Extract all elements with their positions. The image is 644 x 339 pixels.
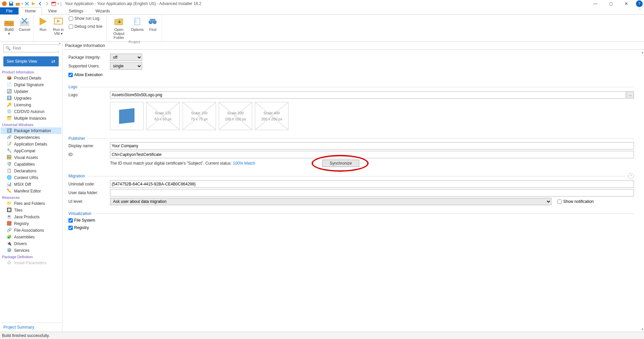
logo-tile-125[interactable]: Scale 12563 x 63 px [146,102,180,130]
item-manifest-editor[interactable]: ✏️Manifest Editor [1,188,61,194]
find-button[interactable]: Find [146,15,160,32]
logo-tile-400[interactable]: Scale 400200 x 200 px [255,102,288,130]
run-button[interactable]: Run [36,15,50,32]
run-icon[interactable] [31,1,37,7]
app-icon [1,1,7,7]
options-button[interactable]: Options [130,15,144,32]
updates-badge: 24 [52,2,54,4]
cancel-icon[interactable] [24,1,30,7]
close-button[interactable]: ✕ [619,0,634,7]
item-assemblies[interactable]: 🧩Assemblies [1,234,61,240]
section-migration: Migration [68,174,85,178]
item-cddvd[interactable]: 💿CD/DVD Autorun [1,108,61,115]
item-application-details[interactable]: 📝Application Details [1,141,61,148]
stack-icon: 🗂️ [7,116,12,121]
cancel-build-button[interactable]: Cancel [17,15,32,32]
logo-tile-150[interactable]: Scale 15075 x 75 px [182,102,216,130]
back-icon[interactable] [37,1,43,7]
key-icon: 🔑 [7,102,12,108]
label-supported-users: Supported Users: [68,64,110,68]
tab-settings[interactable]: Settings [63,7,89,14]
browse-logo-button[interactable]: … [627,91,634,99]
select-supported-users[interactable]: single [110,62,142,70]
item-java[interactable]: ☕Java Products [1,214,61,220]
item-files-folders[interactable]: 📁Files and Folders [1,200,61,207]
select-ui-level[interactable]: Ask user about data migration [110,198,551,205]
binoculars-icon [147,16,158,27]
input-user-data-folder[interactable] [110,189,634,196]
tree-search-input[interactable]: 🔍 [3,44,59,52]
see-simple-view-button[interactable]: See Simple View ⇄ [3,56,59,66]
input-publisher-id[interactable] [110,151,634,158]
label-package-integrity: Package Integrity: [68,55,110,60]
status-bar: Build finished successfully. [0,332,644,339]
upgrade-icon: ⬆️ [7,96,12,101]
input-uninstall-code[interactable] [110,180,634,188]
synchronize-button[interactable]: Synchronize [322,160,359,167]
run-in-vm-button[interactable]: Run in VM ▾ [51,15,65,36]
match-status-link[interactable]: 100% Match [233,161,255,166]
help-button[interactable]: ? [636,0,643,7]
item-declarations[interactable]: 📋Declarations [1,168,61,174]
label-user-data-folder: User data folder: [68,190,110,195]
project-summary-link[interactable]: Project Summary [0,323,62,332]
svg-rect-13 [135,18,140,25]
checkbox-show-notification[interactable]: Show notification [557,199,594,204]
item-appcompat[interactable]: 🔧AppCompat [1,148,61,154]
maximize-button[interactable]: ▢ [603,0,619,7]
item-drivers[interactable]: 🔌Drivers [1,240,61,247]
item-licensing[interactable]: 🔑Licensing [1,102,61,108]
logo-scale-tiles: Scale 12563 x 63 px Scale 15075 x 75 px … [110,102,288,130]
scroll-up-icon[interactable]: ▴ [642,50,643,54]
item-content-uris[interactable]: 🌐Content URIs [1,174,61,181]
certificate-icon: 📄 [7,82,12,88]
item-install-params[interactable]: ⚙️Install Parameters [1,260,61,266]
tab-wizards[interactable]: Wizards [90,7,116,14]
input-logo-path[interactable] [110,91,626,99]
minimize-button[interactable]: — [588,0,603,7]
navigation-tree[interactable]: Product Information 📦Product Details 📄Di… [0,69,62,323]
item-msix-diff[interactable]: 📊MSIX Diff [1,181,61,188]
diff-icon: 📊 [7,182,12,187]
tab-home[interactable]: Home [18,7,42,15]
show-run-log-checkbox[interactable]: Show run Log [68,15,103,21]
checkbox-allow-execution[interactable]: Allow Execution [68,71,634,78]
input-display-name[interactable] [110,142,634,150]
content-pane: Package Information ▴ ▾ Package Integrit… [62,42,644,332]
form-scroll-area[interactable]: ▴ ▾ Package Integrity: off Supported Use… [62,50,644,332]
item-tiles[interactable]: 🔲Tiles [1,207,61,214]
debug-cmd-checkbox[interactable]: Debug cmd line [68,23,103,30]
item-file-assoc[interactable]: 🔗File Associations [1,227,61,234]
select-package-integrity[interactable]: off [110,54,142,61]
build-icon[interactable] [15,1,21,7]
save-icon[interactable] [8,1,14,7]
section-collapse-icon[interactable]: ˄ [628,173,634,179]
pane-collapse-icon[interactable]: ▴ [59,42,62,45]
updates-icon[interactable]: 24 [51,1,57,7]
build-button[interactable]: Build▾ [2,15,16,36]
forward-icon[interactable] [44,1,50,7]
item-product-details[interactable]: 📦Product Details [1,75,61,81]
logo-tile-default[interactable] [110,102,144,130]
checkbox-virt-registry[interactable]: Registry [68,224,634,231]
page-title: Package Information [62,42,644,50]
open-output-folder-button[interactable]: Open Output Folder [109,15,129,40]
item-upgrades[interactable]: ⬆️Upgrades [1,95,61,102]
tab-file[interactable]: File [0,7,18,14]
item-capabilities[interactable]: 🛡️Capabilities [1,161,61,168]
item-registry[interactable]: 🧱Registry [1,220,61,227]
item-digital-signature[interactable]: 📄Digital Signature [1,81,61,88]
item-updater[interactable]: 🔄Updater [1,88,61,95]
checkbox-virt-filesystem[interactable]: File System [68,217,634,224]
item-dependencies[interactable]: 🔗Dependencies [1,134,61,141]
item-services[interactable]: ⚙️Services [1,247,61,254]
ribbon-collapse-icon[interactable]: ˆ [636,7,644,14]
item-visual-assets[interactable]: 🖼️Visual Assets [1,154,61,161]
logo-tile-200[interactable]: Scale 200100 x 100 px [219,102,252,130]
item-package-information[interactable]: ℹ️Package Information [1,127,61,134]
scroll-down-icon[interactable]: ▾ [642,327,643,331]
svg-point-15 [136,22,137,23]
tab-view[interactable]: View [42,7,63,14]
svg-rect-2 [10,2,12,3]
item-multiple-instances[interactable]: 🗂️Multiple Instances [1,115,61,122]
